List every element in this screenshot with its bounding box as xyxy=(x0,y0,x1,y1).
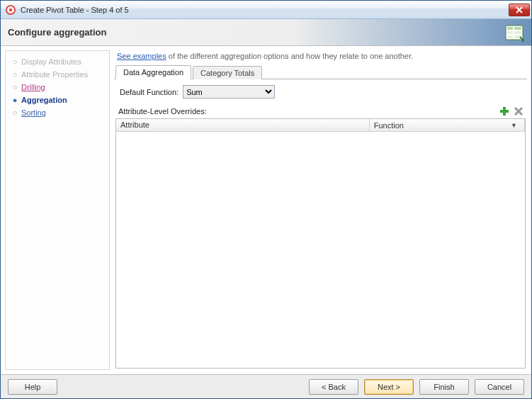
default-function-row: Default Function: Sum xyxy=(114,85,527,99)
overrides-section-header: Attribute-Level Overrides: xyxy=(114,106,527,118)
default-function-select[interactable]: Sum xyxy=(183,85,275,99)
button-label: Cancel xyxy=(487,383,511,391)
step-bullet-current-icon: ● xyxy=(10,94,20,106)
button-label: Next > xyxy=(378,383,400,391)
col-header-label: Attribute xyxy=(120,120,149,129)
main-panel: See examples of the different aggregatio… xyxy=(114,50,527,370)
svg-rect-6 xyxy=(514,27,521,30)
tab-data-aggregation[interactable]: Data Aggregation xyxy=(115,65,191,79)
tab-label: Data Aggregation xyxy=(123,68,183,77)
wizard-body: ○ Display Attributes ○ Attribute Propert… xyxy=(1,46,531,374)
wizard-footer: Help < Back Next > Finish Cancel xyxy=(1,374,531,398)
grid-header: Attribute Function ▼ xyxy=(116,119,525,132)
svg-rect-5 xyxy=(507,27,513,30)
step-sidebar: ○ Display Attributes ○ Attribute Propert… xyxy=(5,50,110,370)
svg-rect-9 xyxy=(507,35,513,38)
svg-point-1 xyxy=(9,8,12,11)
overrides-label: Attribute-Level Overrides: xyxy=(118,107,207,116)
step-label: Drilling xyxy=(21,81,45,94)
examples-line: See examples of the different aggregatio… xyxy=(114,50,527,64)
window-title: Create Pivot Table - Step 4 of 5 xyxy=(21,6,509,14)
wizard-window: Create Pivot Table - Step 4 of 5 Configu… xyxy=(0,0,532,399)
see-examples-link[interactable]: See examples xyxy=(117,52,166,60)
step-label: Attribute Properties xyxy=(21,68,88,81)
step-bullet-icon: ○ xyxy=(10,81,20,94)
step-bullet-icon: ○ xyxy=(10,68,20,81)
app-icon xyxy=(5,4,16,16)
col-header-function[interactable]: Function ▼ xyxy=(370,119,525,131)
add-override-button[interactable] xyxy=(499,106,510,117)
titlebar: Create Pivot Table - Step 4 of 5 xyxy=(1,1,531,19)
next-button[interactable]: Next > xyxy=(364,379,414,395)
tab-label: Category Totals xyxy=(200,69,254,77)
tab-panel-data-aggregation: Default Function: Sum Attribute-Level Ov… xyxy=(114,79,527,370)
step-attribute-properties: ○ Attribute Properties xyxy=(7,68,108,81)
back-button[interactable]: < Back xyxy=(309,379,358,395)
tab-category-totals[interactable]: Category Totals xyxy=(193,66,262,79)
pivot-decor-icon xyxy=(504,23,524,43)
page-heading: Configure aggregation xyxy=(8,27,106,38)
step-label: Aggregation xyxy=(21,94,67,106)
header-band: Configure aggregation xyxy=(1,19,531,46)
svg-rect-7 xyxy=(507,31,513,34)
overrides-grid: Attribute Function ▼ xyxy=(115,118,526,369)
step-display-attributes: ○ Display Attributes xyxy=(7,55,108,68)
step-bullet-icon: ○ xyxy=(10,106,20,119)
step-drilling[interactable]: ○ Drilling xyxy=(7,81,108,94)
col-header-label: Function xyxy=(374,121,404,130)
chevron-down-icon[interactable]: ▼ xyxy=(511,122,520,129)
default-function-label: Default Function: xyxy=(120,88,179,96)
cancel-button[interactable]: Cancel xyxy=(475,379,524,395)
svg-rect-8 xyxy=(514,31,521,34)
button-label: Finish xyxy=(434,383,454,391)
button-label: < Back xyxy=(322,383,346,391)
help-button[interactable]: Help xyxy=(8,379,57,395)
step-bullet-icon: ○ xyxy=(10,55,20,68)
overrides-actions xyxy=(499,106,524,117)
tabbar: Data Aggregation Category Totals xyxy=(114,64,527,79)
svg-rect-12 xyxy=(500,110,509,113)
step-label: Display Attributes xyxy=(21,55,81,68)
grid-body xyxy=(116,132,525,368)
button-label: Help xyxy=(25,383,41,391)
step-aggregation[interactable]: ● Aggregation xyxy=(7,94,108,106)
close-button[interactable] xyxy=(509,4,530,16)
step-label: Sorting xyxy=(21,106,46,119)
finish-button[interactable]: Finish xyxy=(419,379,469,395)
step-sorting[interactable]: ○ Sorting xyxy=(7,106,108,119)
examples-rest: of the different aggregation options and… xyxy=(166,52,413,60)
remove-override-button[interactable] xyxy=(513,106,524,117)
col-header-attribute[interactable]: Attribute xyxy=(116,119,370,131)
